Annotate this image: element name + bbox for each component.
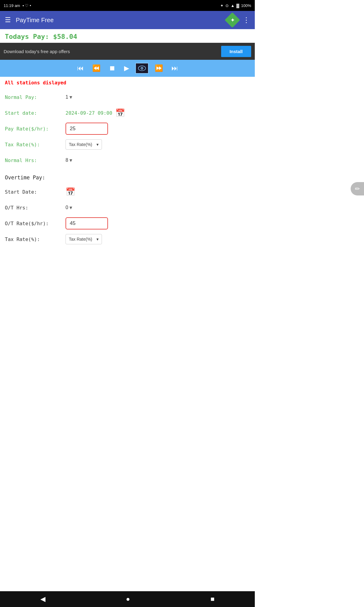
tax-rate-normal-row: Tax Rate(%): Tax Rate(%) ▾ xyxy=(5,137,250,152)
forward-fast-button[interactable]: ⏭ xyxy=(169,63,180,73)
stations-text: All stations dislayed xyxy=(5,80,66,86)
start-date-label: Start date: xyxy=(5,110,66,116)
install-button[interactable]: Install xyxy=(221,46,251,57)
tax-rate-ot-row: Tax Rate(%): Tax Rate(%) ▾ xyxy=(5,231,250,247)
tax-rate-normal-dropdown-arrow: ▾ xyxy=(96,142,99,147)
normal-pay-row: Normal Pay: 1 ▾ xyxy=(5,89,250,105)
forward-button[interactable]: ⏩ xyxy=(152,63,165,73)
ot-hrs-label: O/T Hrs: xyxy=(5,205,66,211)
normal-hrs-dropdown-arrow[interactable]: ▾ xyxy=(69,157,72,164)
tax-rate-ot-label: Tax Rate(%): xyxy=(5,236,66,242)
normal-pay-value: 1 xyxy=(66,94,68,100)
ot-rate-label: O/T Rate($/hr): xyxy=(5,221,66,226)
stations-banner: All stations dislayed xyxy=(0,77,255,87)
bluetooth-icon: ✦ xyxy=(220,3,224,8)
normal-hrs-row: Normal Hrs: 8 ▾ xyxy=(5,152,250,168)
rewind-fast-button[interactable]: ⏮ xyxy=(75,63,86,73)
todays-pay-label: Todays Pay: xyxy=(5,33,49,40)
ad-banner: Download today's free app offers Install xyxy=(0,43,255,60)
normal-pay-label: Normal Pay: xyxy=(5,94,66,100)
ad-text: Download today's free app offers xyxy=(4,49,217,54)
overtime-pay-section: Overtime Pay: xyxy=(5,168,250,184)
normal-hrs-label: Normal Hrs: xyxy=(5,158,66,163)
tax-rate-normal-dropdown[interactable]: Tax Rate(%) ▾ xyxy=(66,139,102,150)
ot-hrs-dropdown[interactable]: 0 ▾ xyxy=(66,204,102,211)
ot-hrs-row: O/T Hrs: 0 ▾ xyxy=(5,200,250,215)
recent-apps-button[interactable]: ■ xyxy=(211,595,214,603)
tax-rate-ot-dropdown-value: Tax Rate(%) xyxy=(69,237,92,242)
app-logo-icon: ✦ xyxy=(225,12,240,28)
normal-pay-dropdown-arrow[interactable]: ▾ xyxy=(69,94,72,100)
tax-rate-ot-dropdown-arrow: ▾ xyxy=(96,237,99,242)
todays-pay-amount: $58.04 xyxy=(53,33,77,40)
rewind-button[interactable]: ⏪ xyxy=(90,63,103,73)
ot-start-date-row: Start Date: 📅 xyxy=(5,184,250,200)
ot-hrs-value: 0 xyxy=(66,205,68,210)
status-icons: ▪ ♡ • xyxy=(22,3,31,8)
media-controls-bar: ⏮ ⏪ ⏹ ▶ ⏩ ⏭ xyxy=(0,60,255,77)
hamburger-menu-icon[interactable]: ☰ xyxy=(5,16,11,24)
start-date-value-group: 2024-09-27 09:00 📅 xyxy=(66,108,125,118)
pay-rate-label: Pay Rate($/hr): xyxy=(5,126,66,132)
svg-point-2 xyxy=(141,68,143,69)
wifi-icon: ▲ xyxy=(231,3,234,8)
overtime-pay-title: Overtime Pay: xyxy=(5,170,45,182)
ot-rate-row: O/T Rate($/hr): xyxy=(5,215,250,231)
status-time: 11:19 am xyxy=(4,3,20,8)
status-bar: 11:19 am ▪ ♡ • ✦ ⊙ ▲ ▓ 100% xyxy=(0,0,255,11)
normal-pay-dropdown[interactable]: 1 ▾ xyxy=(66,94,102,100)
start-date-value: 2024-09-27 09:00 xyxy=(66,110,112,116)
normal-hrs-value: 8 xyxy=(66,158,68,163)
app-title: PayTime Free xyxy=(16,17,222,24)
play-button[interactable]: ▶ xyxy=(122,63,132,73)
start-date-row: Start date: 2024-09-27 09:00 📅 xyxy=(5,105,250,121)
more-options-icon[interactable]: ⋮ xyxy=(243,16,250,24)
ot-hrs-dropdown-arrow[interactable]: ▾ xyxy=(69,204,72,211)
home-button[interactable]: ● xyxy=(126,595,130,603)
todays-pay-section: Todays Pay: $58.04 xyxy=(0,29,255,43)
location-icon: ⊙ xyxy=(225,3,229,8)
screen-preview[interactable] xyxy=(135,63,149,74)
ot-start-date-calendar-icon[interactable]: 📅 xyxy=(66,187,75,197)
app-bar: ☰ PayTime Free ✦ ⋮ xyxy=(0,11,255,29)
ot-rate-input[interactable] xyxy=(66,217,108,229)
battery-level: 100% xyxy=(241,3,251,8)
pay-rate-row: Pay Rate($/hr): xyxy=(5,121,250,137)
normal-pay-form: Normal Pay: 1 ▾ Start date: 2024-09-27 0… xyxy=(0,87,255,249)
battery-icon: ▓ xyxy=(236,3,239,8)
start-date-calendar-icon[interactable]: 📅 xyxy=(115,108,125,118)
normal-hrs-dropdown[interactable]: 8 ▾ xyxy=(66,157,102,164)
stop-button[interactable]: ⏹ xyxy=(106,63,118,73)
tax-rate-ot-dropdown[interactable]: Tax Rate(%) ▾ xyxy=(66,234,102,244)
back-button[interactable]: ◀ xyxy=(40,595,46,603)
tax-rate-normal-dropdown-value: Tax Rate(%) xyxy=(69,142,92,147)
tax-rate-normal-label: Tax Rate(%): xyxy=(5,142,66,148)
bottom-nav: ◀ ● ■ xyxy=(0,591,255,607)
ot-start-date-label: Start Date: xyxy=(5,189,66,195)
pay-rate-input[interactable] xyxy=(66,123,108,135)
eye-icon xyxy=(138,66,146,71)
